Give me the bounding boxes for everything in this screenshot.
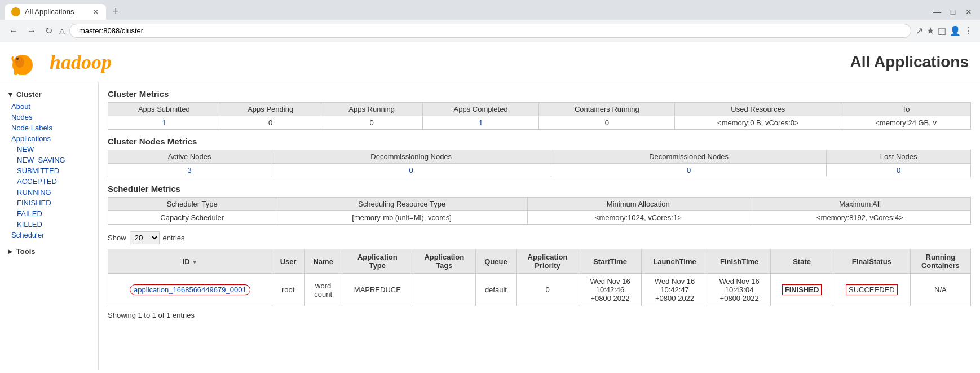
refresh-button[interactable]: ↻ [43,23,55,38]
sidebar-item-applications[interactable]: Applications [0,133,98,144]
app-id-link: application_1668566449679_0001 [130,284,250,295]
scheduler-header-min-allocation: Minimum Allocation [527,198,749,211]
profile-icon[interactable]: 👤 [950,25,961,36]
table-header-app-type[interactable]: ApplicationType [342,249,413,274]
row-app-type: MAPREDUCE [342,274,413,306]
new-tab-button[interactable]: + [108,3,123,20]
table-header-final-status[interactable]: FinalStatus [833,249,910,274]
nodes-lost[interactable]: 0 [827,164,971,177]
window-controls: — □ ✕ [930,5,975,19]
menu-icon[interactable]: ⋮ [964,25,973,36]
row-name: wordcount [304,274,342,306]
table-row: application_1668566449679_0001 root word… [108,274,971,306]
table-header-user[interactable]: User [272,249,304,274]
tab-close-button[interactable]: ✕ [92,7,99,16]
maximize-button[interactable]: □ [946,5,960,19]
final-status-badge: SUCCEEDED [846,284,898,295]
cluster-metrics-to: <memory:24 GB, v [841,116,971,130]
sidebar-tools-header[interactable]: ► Tools [0,245,98,258]
forward-button[interactable]: → [25,24,38,38]
cluster-metrics-apps-completed[interactable]: 1 [422,116,539,130]
address-input[interactable] [69,24,911,38]
cluster-metrics-used-resources: <memory:0 B, vCores:0> [675,116,841,130]
back-button[interactable]: ← [7,24,20,38]
cluster-metrics-containers-running: 0 [539,116,675,130]
tab-favicon [11,7,20,16]
chevron-down-icon: ▼ [7,90,14,99]
svg-rect-2 [14,69,17,75]
row-finish-time: Wed Nov 1610:43:04+0800 2022 [708,274,770,306]
row-queue: default [475,274,516,306]
sidebar-item-scheduler[interactable]: Scheduler [0,230,98,240]
scheduler-type: Capacity Scheduler [108,211,276,225]
cluster-metrics-header-containers-running: Containers Running [539,103,675,116]
page-header: hadoop All Applications [0,42,980,82]
table-header-priority[interactable]: ApplicationPriority [517,249,579,274]
cluster-nodes-metrics-row: 3 0 0 0 [108,164,971,177]
scheduler-header-type: Scheduler Type [108,198,276,211]
cluster-metrics-header-apps-submitted: Apps Submitted [108,103,220,116]
row-user: root [272,274,304,306]
hadoop-elephant-logo [11,48,45,76]
close-button[interactable]: ✕ [962,5,975,19]
address-actions: ↗ ★ ◫ 👤 ⋮ [916,25,973,36]
sidebar-item-killed[interactable]: KILLED [6,219,98,230]
cluster-metrics-header-to: To [841,103,971,116]
scheduler-header-resource-type: Scheduling Resource Type [276,198,527,211]
nodes-header-lost: Lost Nodes [827,150,971,164]
sidebar-item-node-labels[interactable]: Node Labels [0,122,98,133]
table-header-id[interactable]: ID ▼ [108,249,272,274]
row-launch-time: Wed Nov 1610:42:47+0800 2022 [642,274,708,306]
table-header-launch-time[interactable]: LaunchTime [642,249,708,274]
sidebar-item-failed[interactable]: FAILED [6,208,98,219]
sidebar-item-new[interactable]: NEW [6,144,98,155]
row-start-time: Wed Nov 1610:42:46+0800 2022 [579,274,641,306]
address-bar: ← → ↻ △ ↗ ★ ◫ 👤 ⋮ [0,20,980,42]
table-header-start-time[interactable]: StartTime [579,249,641,274]
nodes-active[interactable]: 3 [108,164,271,177]
nodes-decommissioned[interactable]: 0 [551,164,827,177]
scheduler-metrics-row: Capacity Scheduler [memory-mb (unit=Mi),… [108,211,971,225]
nodes-header-decommissioning: Decommissioning Nodes [271,150,551,164]
row-state: FINISHED [771,274,833,306]
browser-chrome: All Applications ✕ + — □ ✕ ← → ↻ △ ↗ ★ ◫… [0,0,980,42]
table-header-finish-time[interactable]: FinishTime [708,249,770,274]
sidebar-item-finished[interactable]: FINISHED [6,198,98,208]
active-tab[interactable]: All Applications ✕ [5,4,106,20]
sidebar-item-about[interactable]: About [0,101,98,112]
sidebar-cluster-label: Cluster [16,90,42,99]
star-icon[interactable]: ★ [926,25,934,36]
table-header-running-containers[interactable]: RunningContainers [910,249,970,274]
row-id[interactable]: application_1668566449679_0001 [108,274,272,306]
sidebar-item-running[interactable]: RUNNING [6,187,98,198]
sidebar-item-new-saving[interactable]: NEW_SAVING [6,155,98,165]
sidebar-item-submitted[interactable]: SUBMITTED [6,165,98,176]
sidebar-cluster-header[interactable]: ▼ Cluster [0,88,98,101]
cluster-metrics-apps-running: 0 [321,116,422,130]
entries-select[interactable]: 10 20 25 50 100 [130,231,160,244]
extensions-icon[interactable]: ◫ [938,25,946,36]
minimize-button[interactable]: — [930,5,944,19]
table-header-app-tags[interactable]: ApplicationTags [413,249,475,274]
nodes-header-active: Active Nodes [108,150,271,164]
lost-nodes-link: 0 [897,166,900,174]
sidebar-item-nodes[interactable]: Nodes [0,112,98,122]
sort-icon-id: ▼ [192,259,197,265]
main-content: Cluster Metrics Apps Submitted Apps Pend… [99,82,980,370]
apps-submitted-link: 1 [162,119,166,127]
nodes-header-decommissioned: Decommissioned Nodes [551,150,827,164]
cluster-metrics-apps-submitted[interactable]: 1 [108,116,220,130]
tab-bar: All Applications ✕ + — □ ✕ [0,0,980,20]
tab-title: All Applications [25,7,74,16]
table-header-state[interactable]: State [771,249,833,274]
decommissioning-nodes-link: 0 [409,166,413,174]
scheduler-min-allocation: <memory:1024, vCores:1> [527,211,749,225]
table-header-name[interactable]: Name [304,249,342,274]
table-header-queue[interactable]: Queue [475,249,516,274]
share-icon[interactable]: ↗ [916,25,923,36]
sidebar: ▼ Cluster About Nodes Node Labels Applic… [0,82,99,370]
sidebar-app-sublinks: NEW NEW_SAVING SUBMITTED ACCEPTED RUNNIN… [0,144,98,230]
sidebar-item-accepted[interactable]: ACCEPTED [6,176,98,187]
nodes-decommissioning[interactable]: 0 [271,164,551,177]
show-entries-control: Show 10 20 25 50 100 entries [108,231,971,244]
